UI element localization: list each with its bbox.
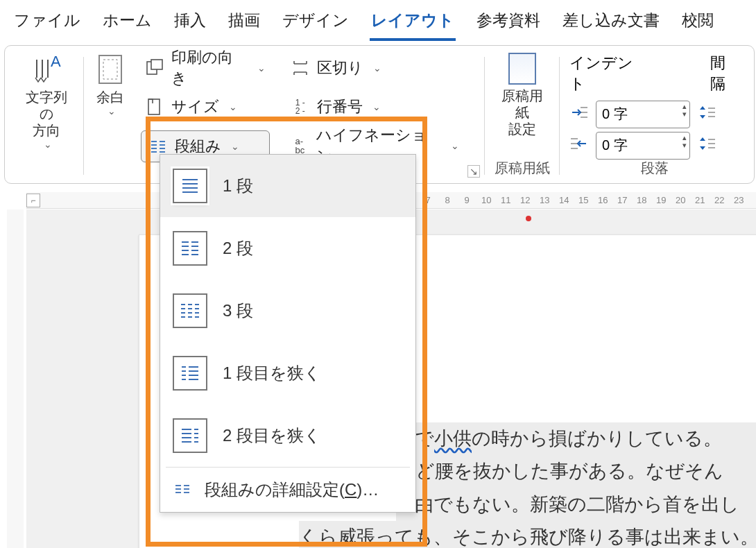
breaks-icon: [291, 58, 310, 78]
chevron-down-icon: ⌄: [451, 140, 459, 151]
spacing-before-icon: [697, 105, 716, 123]
page-setup-dialog-launcher[interactable]: ↘: [467, 165, 480, 178]
svg-rect-1: [99, 55, 121, 83]
document-line-1: 砲で小供の時から損ばかりしている。: [396, 422, 756, 455]
line-numbers-icon: 1 -2 -: [291, 97, 310, 117]
size-button[interactable]: サイズ ⌄: [141, 92, 270, 122]
chevron-down-icon: ⌄: [231, 141, 239, 152]
document-line-4: くら威張っても、そこから飛び降りる事は出来まい。: [299, 521, 756, 548]
text-direction-label: 文字列の 方向: [19, 89, 74, 139]
tab-layout[interactable]: レイアウト: [370, 7, 456, 41]
svg-rect-2: [103, 60, 117, 79]
columns-option-right-narrow[interactable]: 2 段目を狭く: [160, 404, 415, 467]
hyphenation-icon: a-bc: [291, 136, 310, 155]
chevron-down-icon: ⌄: [229, 101, 237, 112]
columns-option-left-narrow[interactable]: 1 段目を狭く: [160, 342, 415, 404]
manuscript-icon: [508, 53, 536, 85]
margins-label: 余白: [96, 89, 124, 105]
orientation-label: 印刷の向き: [171, 47, 248, 89]
columns-option-left-narrow-label: 1 段目を狭く: [223, 362, 321, 384]
columns-2-icon: [173, 231, 207, 266]
indent-title: インデント: [569, 53, 648, 94]
tab-mailmerge[interactable]: 差し込み文書: [561, 7, 661, 41]
line-numbers-button[interactable]: 1 -2 - 行番号 ⌄: [286, 92, 464, 122]
columns-option-2[interactable]: 2 段: [160, 217, 415, 280]
chevron-down-icon: ⌄: [108, 105, 116, 117]
breaks-button[interactable]: 区切り ⌄: [286, 53, 464, 83]
text-direction-button[interactable]: A 文字列の 方向 ⌄: [9, 53, 83, 179]
tab-stop-selector[interactable]: ⌐: [26, 194, 40, 207]
columns-3-icon: [173, 293, 207, 328]
tab-home[interactable]: ホーム: [101, 7, 153, 41]
margins-button[interactable]: 余白 ⌄: [84, 53, 137, 179]
indent-right-icon: [569, 137, 589, 154]
spacing-title: 間隔: [710, 53, 740, 94]
document-line-3: 理由でもない。新築の二階から首を出し: [396, 488, 756, 521]
margins-icon: [94, 53, 127, 86]
indent-right-value: 0 字: [602, 136, 628, 155]
spinner-arrows[interactable]: ▴▾: [682, 134, 687, 149]
indent-left-icon: [569, 105, 589, 123]
breaks-label: 区切り: [317, 58, 363, 78]
paragraph-group-label: 段落: [560, 159, 750, 178]
spellcheck-wavy: 小供: [434, 428, 472, 449]
manuscript-group-label: 原稿用紙: [485, 159, 559, 178]
columns-dropdown: 1 段 2 段 3 段 1 段目を狭く 2 段目を狭く: [160, 154, 416, 513]
document-line-2: ほど腰を抜かした事がある。なぜそん: [396, 455, 756, 488]
indent-right-input[interactable]: 0 字 ▴▾: [596, 132, 690, 160]
columns-more-settings[interactable]: 段組みの詳細設定(C)…: [160, 468, 415, 512]
columns-left-narrow-icon: [173, 356, 207, 391]
chevron-down-icon: ⌄: [372, 101, 381, 112]
tab-draw[interactable]: 描画: [227, 7, 261, 41]
tab-insert[interactable]: 挿入: [173, 7, 207, 41]
ruler-marker[interactable]: [526, 216, 531, 221]
page-size-icon: [145, 97, 164, 117]
ribbon-tabs: ファイル ホーム 挿入 描画 デザイン レイアウト 参考資料 差し込み文書 校閲: [0, 0, 756, 41]
indent-left-value: 0 字: [602, 105, 628, 123]
svg-rect-4: [151, 60, 162, 69]
vertical-ruler[interactable]: [7, 209, 24, 548]
tab-design[interactable]: デザイン: [281, 7, 350, 41]
columns-option-3-label: 3 段: [223, 300, 253, 322]
manuscript-settings-button[interactable]: 原稿用紙 設定: [495, 53, 549, 137]
columns-1-icon: [173, 169, 207, 203]
columns-option-1-label: 1 段: [223, 175, 253, 197]
columns-option-2-label: 2 段: [223, 237, 253, 259]
orientation-button[interactable]: 印刷の向き ⌄: [141, 53, 270, 83]
svg-text:A: A: [51, 53, 61, 70]
chevron-down-icon: ⌄: [373, 62, 381, 74]
svg-rect-5: [148, 99, 160, 114]
columns-option-1[interactable]: 1 段: [160, 155, 415, 217]
line-numbers-label: 行番号: [317, 96, 363, 117]
manuscript-settings-label: 原稿用紙 設定: [495, 87, 549, 137]
manuscript-group: 原稿用紙 設定 原稿用紙: [485, 53, 559, 179]
columns-option-3[interactable]: 3 段: [160, 280, 415, 342]
tab-references[interactable]: 参考資料: [475, 7, 542, 41]
chevron-down-icon: ⌄: [44, 139, 52, 150]
spacing-after-icon: [697, 136, 716, 155]
chevron-down-icon: ⌄: [257, 62, 266, 74]
tab-file[interactable]: ファイル: [12, 7, 82, 41]
text-direction-icon: A: [30, 53, 63, 86]
columns-icon: [148, 137, 168, 156]
columns-right-narrow-icon: [173, 418, 207, 453]
spinner-arrows[interactable]: ▴▾: [682, 103, 687, 118]
columns-icon: [173, 480, 192, 499]
orientation-icon: [145, 58, 164, 78]
tab-review[interactable]: 校閲: [680, 7, 715, 41]
indent-left-input[interactable]: 0 字 ▴▾: [596, 101, 690, 128]
columns-more-label: 段組みの詳細設定(C)…: [205, 479, 379, 501]
columns-option-right-narrow-label: 2 段目を狭く: [223, 425, 321, 447]
size-label: サイズ: [171, 96, 219, 117]
ruler-numbers: 7891011121314151617181920212223: [423, 195, 744, 205]
